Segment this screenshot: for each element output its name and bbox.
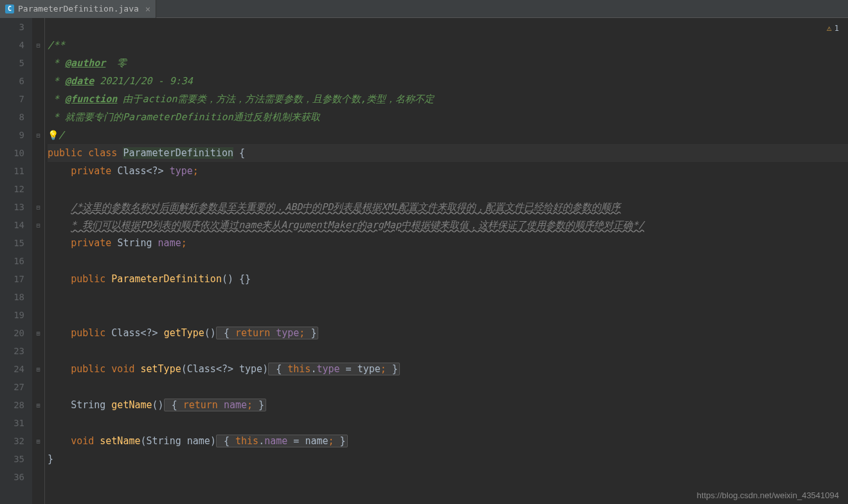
code-line[interactable] (48, 342, 848, 360)
fold-open-icon[interactable]: ⊟ (32, 198, 44, 216)
line-number[interactable]: 13 (0, 198, 24, 216)
code-line[interactable]: public ParameterDefinition() {} (48, 270, 848, 288)
code-line[interactable]: * 就需要专门的ParameterDefinition通过反射机制来获取 (48, 108, 848, 126)
code-line[interactable]: /** (48, 36, 848, 54)
line-number[interactable]: 14 (0, 216, 24, 234)
line-number[interactable]: 35 (0, 450, 24, 468)
line-number[interactable]: 16 (0, 252, 24, 270)
line-number[interactable]: 11 (0, 162, 24, 180)
code-line[interactable] (48, 18, 848, 36)
line-number[interactable]: 28 (0, 396, 24, 414)
line-number[interactable]: 3 (0, 18, 24, 36)
line-number[interactable]: 24 (0, 360, 24, 378)
line-number[interactable]: 31 (0, 414, 24, 432)
code-line[interactable]: String getName() { return name; } (48, 396, 848, 414)
fold-close-icon[interactable]: ⊟ (32, 126, 44, 144)
line-number[interactable]: 8 (0, 108, 24, 126)
fold-marker (32, 18, 44, 36)
code-line[interactable] (48, 252, 848, 270)
line-number-gutter: 3 4 5 6 7 8 9 10 11 12 13 14 15 16 17 18… (0, 18, 32, 504)
line-number[interactable]: 23 (0, 342, 24, 360)
code-line[interactable]: private Class<?> type; (48, 162, 848, 180)
code-line[interactable]: * @function 由于action需要类，方法，方法需要参数，且参数个数,… (48, 90, 848, 108)
code-line[interactable]: void setName(String name) { this.name = … (48, 432, 848, 450)
code-line[interactable] (48, 378, 848, 396)
java-class-icon: C (5, 4, 14, 14)
close-icon[interactable]: × (145, 4, 150, 14)
fold-expand-icon[interactable]: ⊞ (32, 432, 44, 450)
editor: 3 4 5 6 7 8 9 10 11 12 13 14 15 16 17 18… (0, 18, 848, 504)
fold-expand-icon[interactable]: ⊞ (32, 360, 44, 378)
line-number[interactable]: 9 (0, 126, 24, 144)
code-line[interactable]: * 我们可以根据PD列表的顺序依次通过name来从ArgumentMaker的a… (48, 216, 848, 234)
code-line[interactable] (48, 306, 848, 324)
tab-bar: C ParameterDefinition.java × (0, 0, 848, 18)
code-line[interactable]: private String name; (48, 234, 848, 252)
line-number[interactable]: 36 (0, 468, 24, 486)
watermark: https://blog.csdn.net/weixin_43541094 (697, 491, 839, 500)
code-line[interactable]: * @author 零 (48, 54, 848, 72)
tab-filename: ParameterDefinition.java (18, 4, 139, 14)
line-number[interactable]: 17 (0, 270, 24, 288)
code-line[interactable]: /*这里的参数名称对后面解析参数是至关重要的，ABD中的PD列表是根据XML配置… (48, 198, 848, 216)
line-number[interactable]: 4 (0, 36, 24, 54)
line-number[interactable]: 18 (0, 288, 24, 306)
code-line[interactable] (48, 414, 848, 432)
code-line[interactable]: } (48, 450, 848, 468)
line-number[interactable]: 12 (0, 180, 24, 198)
line-number[interactable]: 32 (0, 432, 24, 450)
code-line[interactable] (48, 288, 848, 306)
file-tab[interactable]: C ParameterDefinition.java × (0, 0, 156, 18)
line-number[interactable]: 19 (0, 306, 24, 324)
line-number[interactable]: 20 (0, 324, 24, 342)
line-number[interactable]: 27 (0, 378, 24, 396)
code-line[interactable]: * @date 2021/1/20 - 9:34 (48, 72, 848, 90)
code-line[interactable]: 💡/ (48, 126, 848, 144)
line-number[interactable]: 10 (0, 144, 24, 162)
fold-expand-icon[interactable]: ⊞ (32, 324, 44, 342)
code-content[interactable]: ⚠ 1 /** * @author 零 * @date 2021/1/20 - … (45, 18, 848, 504)
fold-close-icon[interactable]: ⊟ (32, 216, 44, 234)
fold-column: ⊟ ⊟ ⊟ ⊟ ⊞ ⊞ ⊞ ⊞ (32, 18, 45, 504)
code-line[interactable] (48, 180, 848, 198)
line-number[interactable]: 15 (0, 234, 24, 252)
code-line[interactable]: public Class<?> getType() { return type;… (48, 324, 848, 342)
bulb-icon[interactable]: 💡 (48, 130, 59, 140)
fold-expand-icon[interactable]: ⊞ (32, 396, 44, 414)
line-number[interactable]: 5 (0, 54, 24, 72)
line-number[interactable]: 7 (0, 90, 24, 108)
code-line[interactable] (48, 468, 848, 486)
line-number[interactable]: 6 (0, 72, 24, 90)
code-line[interactable]: public class ParameterDefinition { (48, 144, 848, 162)
fold-open-icon[interactable]: ⊟ (32, 36, 44, 54)
code-line[interactable]: public void setType(Class<?> type) { thi… (48, 360, 848, 378)
